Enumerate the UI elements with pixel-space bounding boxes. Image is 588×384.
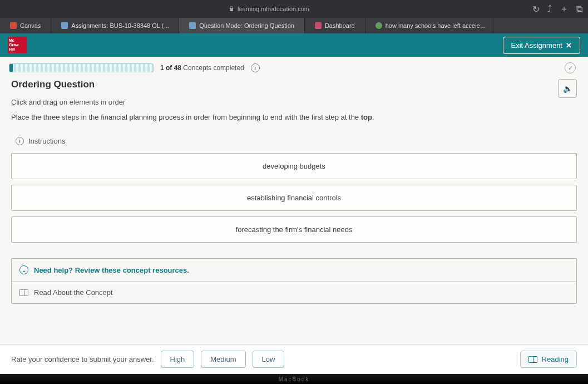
progress-bar bbox=[9, 63, 154, 72]
main-content: 1 of 48 Concepts completed i ✓ Ordering … bbox=[0, 57, 588, 344]
chevron-down-icon: ⌄ bbox=[19, 265, 28, 274]
progress-fill bbox=[9, 64, 13, 72]
book-icon bbox=[528, 356, 537, 363]
help-resources: ⌄ Need help? Review these concept resour… bbox=[11, 258, 577, 304]
confidence-footer: Rate your confidence to submit your answ… bbox=[0, 344, 588, 374]
audio-button[interactable]: 🔈 bbox=[558, 79, 577, 98]
progress-row: 1 of 48 Concepts completed i ✓ bbox=[0, 57, 588, 76]
ordering-item[interactable]: establishing financial controls bbox=[11, 185, 577, 211]
status-check-icon[interactable]: ✓ bbox=[565, 62, 576, 73]
laptop-bezel: MacBook bbox=[0, 374, 588, 384]
read-concept-link[interactable]: Read About the Concept bbox=[12, 282, 576, 303]
lock-icon bbox=[229, 6, 234, 12]
url-text: learning.mheducation.com bbox=[238, 6, 309, 12]
book-icon bbox=[19, 289, 28, 296]
confidence-high-button[interactable]: High bbox=[161, 351, 195, 368]
read-concept-label: Read About the Concept bbox=[34, 288, 113, 297]
info-icon[interactable]: i bbox=[251, 63, 260, 72]
confidence-label: Rate your confidence to submit your answ… bbox=[11, 355, 154, 363]
browser-address-bar: learning.mheducation.com ↻ ⤴ ＋ ⧉ bbox=[0, 0, 588, 18]
question-container: Ordering Question 🔈 Click and drag on el… bbox=[0, 76, 588, 313]
speaker-icon: 🔈 bbox=[563, 84, 572, 93]
ordering-list: developing budgets establishing financia… bbox=[11, 153, 577, 255]
help-header[interactable]: ⌄ Need help? Review these concept resour… bbox=[12, 259, 576, 282]
generic-favicon bbox=[189, 22, 196, 29]
confidence-low-button[interactable]: Low bbox=[253, 351, 285, 368]
app-header: Mc Graw Hill Exit Assignment ✕ bbox=[0, 33, 588, 57]
instructions-label-text: Instructions bbox=[28, 137, 65, 145]
search-favicon bbox=[375, 22, 382, 29]
url-display: learning.mheducation.com bbox=[6, 6, 532, 12]
tab-dashboard[interactable]: Dashboard bbox=[305, 18, 365, 33]
instructions-toggle[interactable]: i Instructions bbox=[16, 137, 577, 145]
dash-favicon bbox=[315, 22, 322, 29]
tab-label: Question Mode: Ordering Question bbox=[199, 22, 294, 29]
confidence-medium-button[interactable]: Medium bbox=[201, 351, 245, 368]
tab-label: Assignments: BUS-10-38348 OL (… bbox=[71, 22, 170, 29]
reading-label: Reading bbox=[542, 355, 569, 363]
tab-label: Canvas bbox=[20, 22, 41, 29]
browser-tabstrip: Canvas Assignments: BUS-10-38348 OL (… Q… bbox=[0, 18, 588, 33]
generic-favicon bbox=[61, 22, 68, 29]
exit-label: Exit Assignment bbox=[511, 41, 563, 50]
progress-text: 1 of 48 Concepts completed bbox=[160, 64, 244, 72]
tab-canvas[interactable]: Canvas bbox=[0, 18, 51, 33]
question-prompt: Place the three steps in the financial p… bbox=[11, 113, 577, 121]
question-subtitle: Click and drag on elements in order bbox=[11, 98, 577, 106]
tabs-icon[interactable]: ⧉ bbox=[576, 4, 582, 14]
svg-rect-0 bbox=[230, 8, 233, 11]
info-icon: i bbox=[16, 137, 24, 145]
reading-button[interactable]: Reading bbox=[520, 351, 577, 368]
tab-assignments[interactable]: Assignments: BUS-10-38348 OL (… bbox=[51, 18, 179, 33]
tab-label: Dashboard bbox=[325, 22, 355, 29]
canvas-favicon bbox=[10, 22, 17, 29]
plus-icon[interactable]: ＋ bbox=[560, 3, 569, 15]
mcgraw-hill-logo: Mc Graw Hill bbox=[8, 37, 27, 53]
question-title: Ordering Question bbox=[11, 79, 95, 90]
tab-search-result[interactable]: how many schools have left accele… bbox=[365, 18, 493, 33]
refresh-icon[interactable]: ↻ bbox=[532, 4, 540, 14]
close-icon: ✕ bbox=[566, 41, 572, 50]
tab-question-mode[interactable]: Question Mode: Ordering Question bbox=[179, 18, 305, 33]
ordering-item[interactable]: developing budgets bbox=[11, 153, 577, 179]
ordering-item[interactable]: forecasting the firm's financial needs bbox=[11, 216, 577, 243]
exit-assignment-button[interactable]: Exit Assignment ✕ bbox=[503, 37, 581, 54]
help-title: Need help? Review these concept resource… bbox=[34, 266, 189, 274]
tab-label: how many schools have left accele… bbox=[386, 22, 486, 29]
share-icon[interactable]: ⤴ bbox=[547, 4, 552, 14]
